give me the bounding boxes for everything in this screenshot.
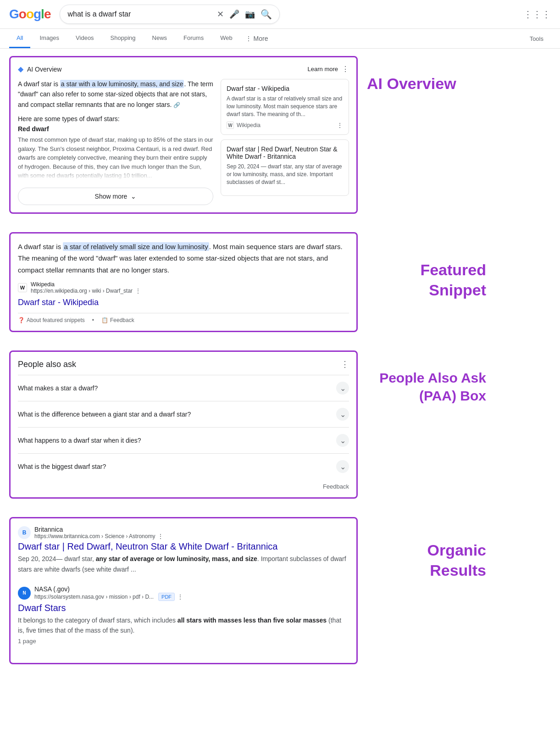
ai-header-right: Learn more ⋮	[308, 65, 349, 73]
paa-more-icon[interactable]: ⋮	[341, 359, 349, 369]
logo-o2: o	[26, 7, 33, 22]
learn-more-button[interactable]: Learn more	[308, 66, 338, 72]
image-search-icon[interactable]: 📷	[245, 9, 255, 19]
result-2-snippet: It belongs to the category of dwarf star…	[18, 615, 349, 636]
tab-images[interactable]: Images	[32, 29, 67, 48]
result-2-source-info: NASA (.gov) https://solarsystem.nasa.gov…	[34, 585, 183, 601]
result-1-url: https://www.britannica.com › Science › A…	[34, 533, 163, 539]
organic-row: B Britannica https://www.britannica.com …	[9, 517, 551, 664]
snippet-source: W Wikipedia https://en.wikipedia.org › w…	[18, 281, 349, 294]
ai-overview-header: ◆ AI Overview Learn more ⋮	[18, 65, 349, 73]
voice-search-icon[interactable]: 🎤	[229, 9, 239, 19]
feedback-button[interactable]: 📋 Feedback	[101, 317, 134, 323]
search-button[interactable]: 🔍	[261, 9, 272, 20]
snippet-source-details: Wikipedia https://en.wikipedia.org › wik…	[31, 281, 141, 294]
featured-snippet-annotation: FeaturedSnippet	[420, 260, 486, 300]
result-2-site: NASA (.gov)	[34, 585, 183, 593]
paa-annotation: People Also Ask(PAA) Box	[379, 369, 486, 405]
wikipedia-icon: W	[227, 122, 234, 129]
source-1-title: Dwarf star - Wikipedia	[227, 85, 343, 92]
snippet-highlight: a star of relatively small size and low …	[63, 242, 209, 251]
tab-videos[interactable]: Videos	[68, 29, 101, 48]
source-1-wiki: W Wikipedia	[227, 122, 261, 129]
tab-news[interactable]: News	[145, 29, 175, 48]
tab-web[interactable]: Web	[213, 29, 240, 48]
tab-shopping[interactable]: Shopping	[103, 29, 143, 48]
paa-chevron-2: ⌄	[336, 408, 349, 421]
result-1-title[interactable]: Dwarf star | Red Dwarf, Neutron Star & W…	[18, 541, 349, 552]
logo-g: G	[9, 7, 19, 22]
google-logo: Google	[9, 7, 50, 22]
about-featured-snippets-button[interactable]: ❓ About featured snippets	[18, 317, 85, 323]
ai-sources: Dwarf star - Wikipedia A dwarf star is a…	[221, 79, 349, 205]
paa-chevron-1: ⌄	[336, 382, 349, 395]
paa-item-3[interactable]: What happens to a dwarf star when it die…	[18, 427, 349, 453]
result-2-url: https://solarsystem.nasa.gov › mission ›…	[34, 593, 183, 601]
search-bar: ✕ 🎤 📷 🔍	[60, 5, 280, 24]
source-1-dots[interactable]: ⋮	[337, 122, 343, 129]
paa-row: People also ask ⋮ What makes a star a dw…	[9, 350, 551, 508]
ai-overview-annotation: AI Overview	[367, 74, 486, 93]
source-1-text: A dwarf star is a star of relatively sma…	[227, 95, 343, 118]
paa-question-4: What is the biggest dwarf star?	[18, 463, 106, 470]
feedback-icon: 📋	[101, 317, 108, 323]
paa-section: People also ask ⋮ What makes a star a dw…	[9, 350, 358, 499]
featured-snippet-row: A dwarf star is a star of relatively sma…	[9, 232, 551, 342]
snippet-link[interactable]: Dwarf star - Wikipedia	[18, 298, 349, 307]
organic-result-1: B Britannica https://www.britannica.com …	[18, 526, 349, 574]
source-1-site: Wikipedia	[237, 122, 261, 128]
ai-diamond-icon: ◆	[18, 65, 23, 73]
tools-button[interactable]: Tools	[522, 30, 551, 48]
tab-all[interactable]: All	[9, 29, 30, 48]
result-2-title[interactable]: Dwarf Stars	[18, 603, 349, 613]
paa-chevron-4: ⌄	[336, 460, 349, 473]
google-apps-icon[interactable]: ⋮⋮⋮	[523, 9, 551, 20]
pdf-badge: PDF	[158, 593, 175, 601]
source-2-text: Sep 20, 2024 — dwarf star, any star of a…	[227, 163, 343, 186]
paa-feedback[interactable]: Feedback	[18, 479, 349, 490]
featured-snippet-label-container: FeaturedSnippet	[358, 232, 486, 300]
ai-overview-more-icon[interactable]: ⋮	[342, 65, 349, 73]
organic-section: B Britannica https://www.britannica.com …	[9, 517, 358, 664]
paa-question-2: What is the difference between a giant s…	[18, 411, 191, 418]
source-card-1[interactable]: Dwarf star - Wikipedia A dwarf star is a…	[221, 79, 349, 135]
paa-title: People also ask	[18, 360, 76, 369]
search-icons: ✕ 🎤 📷 🔍	[217, 9, 272, 20]
paa-content: People also ask ⋮ What makes a star a dw…	[9, 350, 358, 508]
paa-item-2[interactable]: What is the difference between a giant s…	[18, 401, 349, 427]
link-icon: 🔗	[173, 102, 180, 108]
paa-label-container: People Also Ask(PAA) Box	[358, 350, 486, 405]
logo-l: l	[41, 7, 44, 22]
britannica-favicon: B	[18, 526, 31, 539]
logo-o1: o	[19, 7, 26, 22]
paa-item-1[interactable]: What makes a star a dwarf? ⌄	[18, 375, 349, 401]
ai-overview-section: ◆ AI Overview Learn more ⋮ A dwarf star …	[9, 56, 358, 214]
result-2-dots[interactable]: ⋮	[177, 594, 183, 600]
result-1-highlight: any star of average or low luminosity, m…	[96, 555, 257, 562]
featured-snippet-section: A dwarf star is a star of relatively sma…	[9, 232, 358, 333]
search-input[interactable]	[67, 10, 212, 18]
result-2-meta: 1 page	[18, 638, 349, 645]
result-1-dots[interactable]: ⋮	[158, 533, 163, 539]
ai-main-text: A dwarf star is a star with a low lumino…	[18, 79, 213, 110]
nasa-favicon: N	[18, 587, 31, 600]
snippet-url-dots[interactable]: ⋮	[135, 288, 141, 294]
result-2-source: N NASA (.gov) https://solarsystem.nasa.g…	[18, 585, 349, 601]
paa-item-4[interactable]: What is the biggest dwarf star? ⌄	[18, 453, 349, 479]
show-more-button[interactable]: Show more ⌄	[18, 188, 213, 205]
result-1-source-info: Britannica https://www.britannica.com › …	[34, 526, 163, 539]
source-card-2[interactable]: Dwarf star | Red Dwarf, Neutron Star & W…	[221, 139, 349, 195]
clear-icon[interactable]: ✕	[217, 9, 224, 19]
result-1-source: B Britannica https://www.britannica.com …	[18, 526, 349, 539]
logo-g2: g	[33, 7, 41, 22]
header: Google ✕ 🎤 📷 🔍 ⋮⋮⋮	[0, 0, 560, 29]
more-tabs-button[interactable]: ⋮ More	[242, 29, 272, 48]
ai-overview-row: ◆ AI Overview Learn more ⋮ A dwarf star …	[9, 56, 551, 223]
ai-text-pre: A dwarf star is	[18, 80, 60, 88]
ai-overview-label: AI Overview	[27, 66, 61, 73]
tab-forums[interactable]: Forums	[176, 29, 211, 48]
ai-overview-title: ◆ AI Overview	[18, 65, 61, 73]
organic-result-2: N NASA (.gov) https://solarsystem.nasa.g…	[18, 585, 349, 645]
main-content: ◆ AI Overview Learn more ⋮ A dwarf star …	[0, 49, 560, 681]
ai-highlight-1: a star with a low luminosity, mass, and …	[60, 80, 184, 88]
